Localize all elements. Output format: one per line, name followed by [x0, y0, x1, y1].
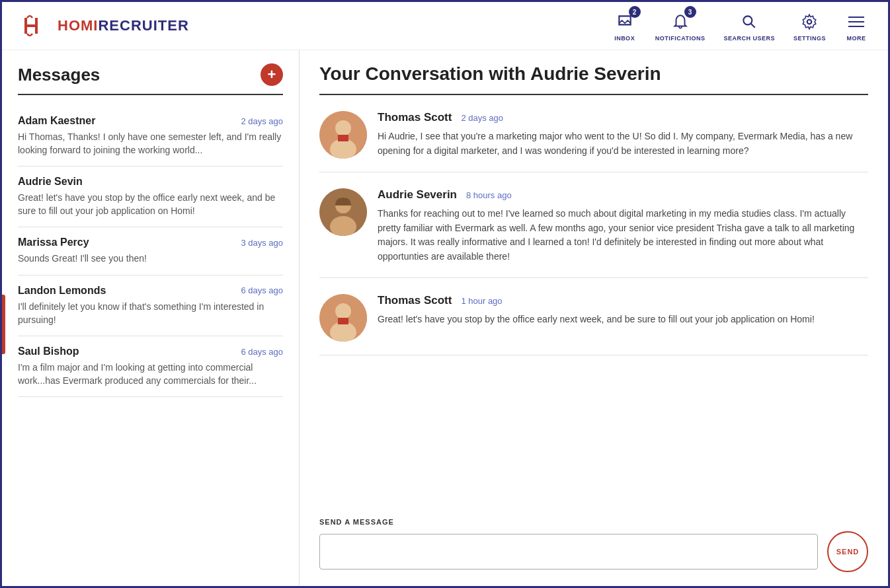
list-item[interactable]: Marissa Percy 3 days ago Sounds Great! I…	[18, 227, 283, 276]
msg-time: 6 days ago	[241, 285, 283, 295]
notifications-label: NOTIFICATIONS	[655, 35, 706, 42]
search-label: SEARCH USERS	[723, 35, 775, 42]
inbox-label: INBOX	[614, 35, 635, 42]
msg-top: Adam Kaestner 2 days ago	[18, 115, 283, 127]
message-timestamp: 2 days ago	[461, 113, 503, 123]
more-label: MORE	[847, 35, 866, 42]
logo[interactable]: HOMIRECRUITER	[22, 11, 189, 40]
message-block: Audrie Severin 8 hours ago Thanks for re…	[319, 188, 868, 278]
message-timestamp: 1 hour ago	[461, 296, 502, 306]
inbox-nav[interactable]: 2 INBOX	[613, 10, 637, 42]
message-body: Thanks for reaching out to me! I've lear…	[378, 207, 868, 264]
sender-name: Marissa Percy	[18, 237, 89, 248]
msg-time: 6 days ago	[241, 347, 283, 357]
logo-text: HOMIRECRUITER	[58, 17, 189, 34]
send-button[interactable]: SEND	[827, 531, 868, 572]
message-block: Thomas Scott 2 days ago Hi Audrie, I see…	[319, 111, 868, 172]
main-layout: Messages + Adam Kaestner 2 days ago Hi T…	[2, 50, 888, 585]
search-users-nav[interactable]: SEARCH USERS	[723, 10, 775, 42]
svg-line-4	[751, 24, 755, 28]
inbox-icon-wrap: 2	[613, 10, 637, 34]
msg-top: Landon Lemonds 6 days ago	[18, 285, 283, 297]
thomas-avatar-image	[319, 111, 367, 159]
message-input[interactable]	[319, 534, 818, 570]
msg-time: 2 days ago	[241, 116, 283, 126]
message-sender: Thomas Scott	[378, 294, 452, 307]
message-header: Thomas Scott 1 hour ago	[378, 294, 868, 307]
search-icon	[741, 13, 758, 30]
audrie-avatar-image	[319, 188, 367, 236]
sender-name: Landon Lemonds	[18, 285, 106, 297]
msg-top: Saul Bishop 6 days ago	[18, 346, 283, 357]
send-message-section: SEND A MESSAGE SEND	[319, 507, 868, 572]
avatar	[319, 294, 367, 342]
avatar	[319, 111, 367, 159]
send-label: SEND A MESSAGE	[319, 518, 868, 526]
search-icon-wrap	[737, 10, 761, 34]
svg-rect-2	[24, 24, 38, 27]
msg-top: Audrie Sevin	[18, 176, 283, 188]
list-item[interactable]: Audrie Sevin Great! let's have you stop …	[18, 166, 283, 227]
settings-nav[interactable]: SETTINGS	[793, 10, 826, 42]
inbox-badge: 2	[629, 6, 641, 18]
header: HOMIRECRUITER 2 INBOX 3 NO	[2, 2, 888, 50]
hamburger-icon	[848, 17, 864, 27]
svg-point-5	[807, 20, 812, 24]
gear-icon	[801, 13, 818, 30]
message-body: Hi Audrie, I see that you're a marketing…	[378, 129, 868, 158]
notifications-badge: 3	[684, 6, 696, 18]
more-icon-wrap	[844, 10, 868, 34]
list-item[interactable]: Landon Lemonds 6 days ago I'll definitel…	[18, 276, 283, 336]
msg-time: 3 days ago	[241, 238, 283, 248]
message-block: Thomas Scott 1 hour ago Great! let's hav…	[319, 294, 868, 355]
svg-rect-9	[338, 135, 348, 141]
message-timestamp: 8 hours ago	[466, 190, 512, 200]
message-content: Thomas Scott 1 hour ago Great! let's hav…	[378, 294, 868, 342]
list-item[interactable]: Saul Bishop 6 days ago I'm a film major …	[18, 336, 283, 397]
messages-title: Messages	[18, 65, 100, 85]
message-body: Great! let's have you stop by the office…	[378, 312, 868, 327]
sidebar-header: Messages +	[18, 63, 283, 95]
sender-name: Adam Kaestner	[18, 115, 95, 127]
msg-preview: Hi Thomas, Thanks! I only have one semes…	[18, 131, 283, 157]
thomas-avatar-image-2	[319, 294, 367, 342]
logo-icon	[22, 11, 51, 40]
settings-icon-wrap	[797, 10, 821, 34]
message-header: Thomas Scott 2 days ago	[378, 111, 868, 124]
svg-point-3	[744, 16, 752, 24]
msg-preview: Great! let's have you stop by the office…	[18, 192, 283, 217]
msg-top: Marissa Percy 3 days ago	[18, 237, 283, 248]
avatar	[319, 188, 367, 236]
more-nav[interactable]: MORE	[844, 10, 868, 42]
message-sender: Thomas Scott	[378, 111, 452, 124]
msg-preview: I'm a film major and I'm looking at gett…	[18, 361, 283, 387]
message-content: Audrie Severin 8 hours ago Thanks for re…	[378, 188, 868, 264]
message-content: Thomas Scott 2 days ago Hi Audrie, I see…	[378, 111, 868, 159]
send-row: SEND	[319, 531, 868, 572]
conversation-title: Your Conversation with Audrie Severin	[319, 63, 868, 95]
msg-preview: I'll definitely let you know if that's s…	[18, 301, 283, 326]
logo-suffix: RECRUITER	[98, 17, 188, 34]
svg-point-7	[335, 120, 351, 136]
sender-name: Saul Bishop	[18, 346, 79, 357]
notifications-icon-wrap: 3	[668, 10, 692, 34]
active-indicator	[2, 295, 5, 354]
settings-label: SETTINGS	[793, 35, 826, 42]
conversation-panel: Your Conversation with Audrie Severin Th…	[300, 50, 888, 585]
svg-point-14	[335, 303, 351, 319]
add-message-button[interactable]: +	[261, 63, 283, 86]
sender-name: Audrie Sevin	[18, 176, 83, 188]
nav-icons: 2 INBOX 3 NOTIFICATIONS SEA	[613, 10, 868, 42]
list-item[interactable]: Adam Kaestner 2 days ago Hi Thomas, Than…	[18, 106, 283, 166]
message-sender: Audrie Severin	[378, 188, 457, 202]
msg-preview: Sounds Great! I'll see you then!	[18, 252, 283, 266]
message-header: Audrie Severin 8 hours ago	[378, 188, 868, 202]
notifications-nav[interactable]: 3 NOTIFICATIONS	[655, 10, 706, 42]
sidebar: Messages + Adam Kaestner 2 days ago Hi T…	[2, 50, 300, 585]
svg-rect-16	[338, 318, 348, 324]
logo-brand: HOMI	[58, 17, 98, 34]
